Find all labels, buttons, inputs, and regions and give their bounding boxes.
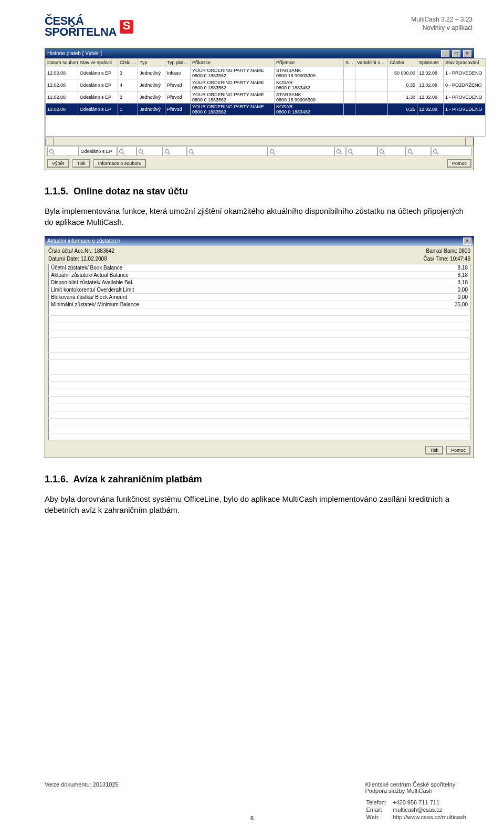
cell xyxy=(355,91,388,103)
filter-cell[interactable] xyxy=(346,147,377,156)
cell: 12.02.08 xyxy=(46,91,78,103)
col-prikazce[interactable]: Příkazce xyxy=(191,58,275,67)
info-button[interactable]: Informace o souboru xyxy=(93,159,146,168)
search-icon xyxy=(119,149,123,153)
search-icon xyxy=(337,149,341,153)
cell: 12.02.08 xyxy=(417,103,444,115)
cell: 12.02.08 xyxy=(417,67,444,79)
balance-value: 8,18 xyxy=(403,271,470,278)
filter-cell[interactable] xyxy=(163,147,187,156)
cell: 0,25 xyxy=(388,103,417,115)
blank-row xyxy=(49,404,470,411)
col-stavzpr[interactable]: Stav zpracování xyxy=(444,58,486,67)
balance-row: Disponibilní zůstatek/ Available Bal.8,1… xyxy=(49,278,470,286)
page-number: 6 xyxy=(250,815,254,821)
balance-value: 0,00 xyxy=(403,293,470,301)
pomoc-button[interactable]: Pomoc xyxy=(446,446,470,454)
minimize-icon[interactable]: _ xyxy=(441,50,449,57)
col-typplat[interactable]: Typ plat… xyxy=(165,58,191,67)
filter-cell[interactable] xyxy=(268,147,334,156)
cell: Odesláno s EP xyxy=(78,67,118,79)
search-icon xyxy=(408,149,412,153)
filter-cell[interactable] xyxy=(334,147,345,156)
filter-row: Odesláno s EP xyxy=(45,145,474,157)
cell xyxy=(355,67,388,79)
cell xyxy=(355,103,388,115)
web-value: http://www.csas.cz/multicash xyxy=(393,814,471,820)
col-vs[interactable]: Variabilní s… xyxy=(355,58,388,67)
filter-cell-stav[interactable]: Odesláno s EP xyxy=(79,147,117,156)
blank-row xyxy=(49,315,470,323)
table-row[interactable]: 12.02.08Odesláno s EP2JednotlivýPřevodYO… xyxy=(46,91,486,103)
balance-grid: Účetní zůstatek/ Book Balance8,18Aktuáln… xyxy=(48,264,470,441)
blank-row xyxy=(49,396,470,404)
cell: Převod xyxy=(165,91,191,103)
cell: KOSAR0800 0 1883482 xyxy=(275,103,344,115)
balance-value: 8,18 xyxy=(403,278,470,286)
search-icon xyxy=(380,149,384,153)
filter-cell[interactable] xyxy=(136,147,163,156)
time-value: Čas/ Time: 10:47:46 xyxy=(424,256,471,262)
balance-label: Limit kontokorentu/ Overderaft Limit xyxy=(49,286,403,293)
search-icon xyxy=(189,149,193,153)
grid-header-row: Datum souboru Stav ve správci Číslo … Ty… xyxy=(46,58,486,67)
col-datum[interactable]: Datum souboru xyxy=(46,58,78,67)
balance-row: Aktuální zůstatek/ Actual Balance8,18 xyxy=(49,271,470,278)
blank-row xyxy=(49,323,470,330)
cell: 1 - PROVEDENO xyxy=(444,67,486,79)
balance-label: Účetní zůstatek/ Book Balance xyxy=(49,264,403,271)
balance-row: Účetní zůstatek/ Book Balance8,18 xyxy=(49,264,470,271)
col-stav[interactable]: Stav ve správci xyxy=(78,58,118,67)
filter-cell[interactable] xyxy=(406,147,431,156)
cell: Převod xyxy=(165,79,191,91)
blank-row xyxy=(49,345,470,352)
col-castka[interactable]: Částka xyxy=(388,58,417,67)
close-icon[interactable]: × xyxy=(463,237,471,245)
cell: 2 xyxy=(118,91,138,103)
blank-row xyxy=(49,426,470,433)
table-row[interactable]: 12.02.08Odesláno s EP4JednotlivýPřevodYO… xyxy=(46,79,486,91)
col-s[interactable]: S… xyxy=(344,58,355,67)
tisk-button[interactable]: Tisk xyxy=(72,159,90,168)
filter-cell[interactable] xyxy=(117,147,136,156)
col-prijemce[interactable]: Příjemce xyxy=(275,58,344,67)
balance-header: Číslo účtu/ Acc.Nr.: 1883642 Banka/ Bank… xyxy=(45,246,474,254)
blank-row xyxy=(49,411,470,418)
search-icon xyxy=(139,149,143,153)
col-splatnost[interactable]: Splatnost xyxy=(417,58,444,67)
horizontal-scrollbar[interactable] xyxy=(45,137,474,145)
table-row[interactable]: 12.02.08Odesláno s EP1JednotlivýPřevodYO… xyxy=(46,103,486,115)
filter-cell[interactable] xyxy=(47,147,79,156)
cell: Jednotlivý xyxy=(138,91,165,103)
filter-cell[interactable] xyxy=(377,147,406,156)
filter-cell[interactable] xyxy=(187,147,268,156)
table-row[interactable]: 12.02.08Odesláno s EP3JednotlivýInkasoYO… xyxy=(46,67,486,79)
filter-cell[interactable] xyxy=(431,147,471,156)
maximize-icon[interactable]: □ xyxy=(452,50,460,57)
footer-r2: Podpora služby MultiCash xyxy=(365,788,472,794)
search-icon xyxy=(49,149,54,153)
tel-value: +420 956 711 711 xyxy=(393,799,471,805)
close-icon[interactable]: × xyxy=(463,50,471,57)
col-cislo[interactable]: Číslo … xyxy=(118,58,138,67)
balance-label: Disponibilní zůstatek/ Available Bal. xyxy=(49,278,403,286)
pomoc-button[interactable]: Pomoc xyxy=(447,159,471,168)
cell: Převod xyxy=(165,103,191,115)
window-titlebar: Aktuální informace o zůstatcích × xyxy=(45,236,474,246)
balance-value: 8,18 xyxy=(403,264,470,271)
cell: Inkaso xyxy=(165,67,191,79)
search-icon xyxy=(348,149,352,153)
tisk-button[interactable]: Tisk xyxy=(425,446,443,454)
cell: STARBANK0800 18 99908309 xyxy=(275,67,344,79)
blank-row xyxy=(49,337,470,345)
vyber-button[interactable]: Výběr xyxy=(47,159,69,168)
balance-header2: Datum/ Date: 12.02.2008 Čas/ Time: 10:47… xyxy=(45,254,474,262)
screenshot-payment-history: Historie plateb [ Výběr ] _ □ × Datum so… xyxy=(45,48,474,170)
cell: 1 - PROVEDENO xyxy=(444,91,486,103)
cell: Jednotlivý xyxy=(138,103,165,115)
col-typ[interactable]: Typ xyxy=(138,58,165,67)
balance-row: Minimální zůstatek/ Minimum Balance35,00 xyxy=(49,301,470,308)
cell: 12.02.08 xyxy=(417,91,444,103)
cell: YOUR ORDERING PARTY NAME0800 0 1883562 xyxy=(191,103,275,115)
window-titlebar: Historie plateb [ Výběr ] _ □ × xyxy=(45,49,474,58)
